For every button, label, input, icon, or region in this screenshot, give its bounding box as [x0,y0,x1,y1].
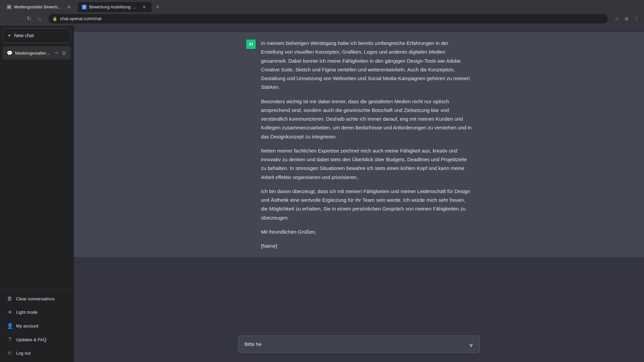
clear-conversations-button[interactable]: 🗑 Clear conversations [3,292,71,305]
log-out-label: Log out [16,351,31,356]
light-mode-label: Light mode [16,310,38,315]
light-mode-button[interactable]: ☀ Light mode [3,306,71,319]
paragraph-5: Mit freundlichen Grüßen, [261,228,472,236]
my-account-label: My account [16,323,38,328]
app-container: + New chat 💬 Mediengestalter Bewer ✏ 🗑 🗑… [0,0,644,362]
message-inner: AI In meinem bisherigen Werdegang habe i… [238,39,480,250]
bookmark-button[interactable]: ☆ [612,14,621,23]
main-content: AI In meinem bisherigen Werdegang habe i… [74,25,644,362]
tab-close-2[interactable]: ✕ [141,4,148,10]
tab-close-1[interactable]: ✕ [66,4,72,10]
logout-icon: ⎋ [7,350,13,356]
tab-favicon-2: B [82,5,87,9]
sidebar: + New chat 💬 Mediengestalter Bewer ✏ 🗑 🗑… [0,25,74,362]
sun-icon: ☀ [7,309,13,315]
sidebar-top: + New chat 💬 Mediengestalter Bewer ✏ 🗑 [3,28,71,289]
address-text: chat.openai.com/chat [60,16,604,21]
new-chat-label: New chat [14,33,34,38]
help-icon: ? [7,337,13,343]
new-chat-button[interactable]: + New chat [3,28,71,43]
paragraph-6: [Name] [261,242,472,250]
menu-button[interactable]: ⋮ [632,14,641,23]
tab-2[interactable]: B Bewerbung Ausbildung: Design... ✕ [78,2,152,12]
conversation-actions: ✏ 🗑 [54,50,67,56]
tab-title-1: Mediengestalter Bewerbung [14,5,63,9]
input-wrapper: Bitte he ➤ [238,336,480,354]
chat-input[interactable]: Bitte he [238,336,480,353]
send-button[interactable]: ➤ [466,341,476,350]
nav-actions: ☆ ⚙ ⋮ [612,14,641,23]
paragraph-1: In meinem bisherigen Werdegang habe ich … [261,39,472,92]
nav-bar: ← → ↻ ⌂ 🔒 chat.openai.com/chat ☆ ⚙ ⋮ [0,12,644,25]
paragraph-3: Neben meiner fachlichen Expertise zeichn… [261,146,472,182]
paragraph-2: Besonders wichtig ist mir dabei immer, d… [261,97,472,141]
sidebar-bottom: 🗑 Clear conversations ☀ Light mode 👤 My … [3,289,71,359]
plus-icon: + [8,33,11,39]
chat-icon: 💬 [7,50,12,56]
lock-icon: 🔒 [52,16,57,21]
log-out-button[interactable]: ⎋ Log out [3,347,71,359]
input-area: Bitte he ➤ [74,330,644,362]
chat-container: AI In meinem bisherigen Werdegang habe i… [74,25,644,330]
conversation-item[interactable]: 💬 Mediengestalter Bewer ✏ 🗑 [3,46,71,60]
edit-icon[interactable]: ✏ [54,50,60,56]
tab-favicon-1: M [7,5,11,9]
home-button[interactable]: ⌂ [35,14,44,23]
tab-active[interactable]: M Mediengestalter Bewerbung ✕ [3,2,76,12]
assistant-avatar: AI [246,40,256,49]
my-account-button[interactable]: 👤 My account [3,319,71,333]
address-bar[interactable]: 🔒 chat.openai.com/chat [48,14,608,23]
new-tab-button[interactable]: + [153,2,162,12]
updates-faq-label: Updates & FAQ [16,337,46,342]
browser-chrome: M Mediengestalter Bewerbung ✕ B Bewerbun… [0,0,644,25]
trash-icon: 🗑 [7,296,13,302]
clear-conversations-label: Clear conversations [16,296,55,301]
tab-bar: M Mediengestalter Bewerbung ✕ B Bewerbun… [0,0,644,12]
updates-faq-button[interactable]: ? Updates & FAQ [3,333,71,346]
delete-icon[interactable]: 🗑 [61,50,67,56]
forward-button[interactable]: → [13,14,23,23]
back-button[interactable]: ← [3,14,12,23]
conversation-title: Mediengestalter Bewer [15,51,52,56]
reload-button[interactable]: ↻ [24,14,34,23]
assistant-message: AI In meinem bisherigen Werdegang habe i… [74,32,644,257]
tab-title-2: Bewerbung Ausbildung: Design... [89,5,138,9]
user-icon: 👤 [7,323,13,329]
send-icon: ➤ [467,343,475,348]
message-text: In meinem bisherigen Werdegang habe ich … [261,39,472,250]
paragraph-4: Ich bin davon überzeugt, dass ich mit me… [261,187,472,222]
extensions-button[interactable]: ⚙ [622,14,631,23]
